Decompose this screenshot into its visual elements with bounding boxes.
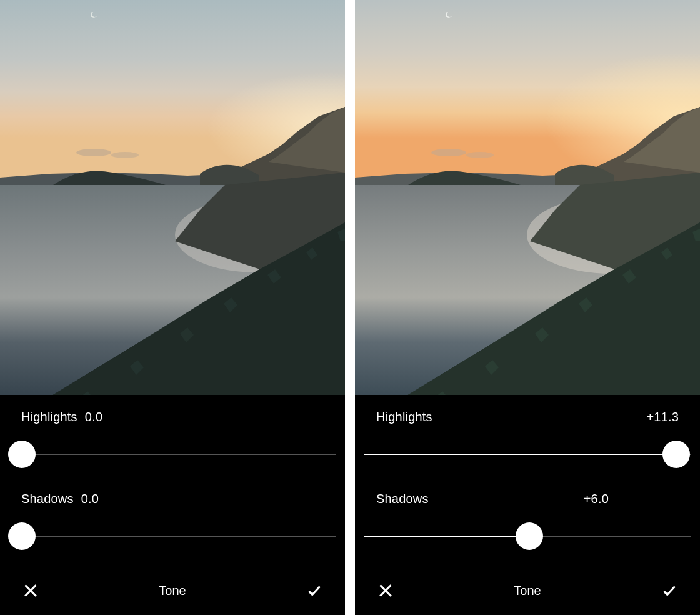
slider-label-group: Highlights +11.3: [364, 410, 691, 424]
close-icon: [378, 582, 394, 599]
tool-title: Tone: [159, 584, 186, 598]
confirm-button[interactable]: [661, 582, 678, 599]
bottom-bar: Tone: [9, 574, 336, 615]
shadows-value: +6.0: [584, 492, 609, 506]
tool-title: Tone: [514, 584, 541, 598]
shadows-label: Shadows: [21, 492, 74, 506]
shadows-slider[interactable]: [9, 522, 336, 550]
moon-icon: [90, 11, 98, 19]
cancel-button[interactable]: [378, 582, 394, 599]
highlights-value: 0.0: [85, 410, 102, 424]
moon-icon: [445, 11, 452, 19]
highlights-label: Highlights: [376, 410, 432, 424]
image-preview: [355, 0, 700, 395]
shadows-slider-row: Shadows +6.0: [364, 492, 691, 550]
check-icon: [306, 582, 322, 599]
shadows-label: Shadows: [376, 492, 429, 506]
highlights-slider-row: Highlights +11.3: [364, 410, 691, 468]
slider-thumb[interactable]: [8, 441, 36, 468]
svg-point-4: [76, 149, 111, 156]
highlights-label: Highlights: [21, 410, 78, 424]
slider-thumb[interactable]: [8, 522, 36, 550]
highlights-value: +11.3: [646, 410, 679, 424]
check-icon: [661, 582, 678, 599]
editor-panel-after: Highlights +11.3 Shadows +6.0: [355, 0, 700, 615]
highlights-slider-row: Highlights 0.0: [9, 410, 336, 468]
svg-point-5: [111, 152, 139, 158]
confirm-button[interactable]: [306, 582, 322, 599]
slider-thumb[interactable]: [516, 522, 543, 550]
bottom-bar: Tone: [364, 574, 691, 615]
shadows-slider[interactable]: [364, 522, 691, 550]
slider-label-group: Highlights 0.0: [9, 410, 336, 424]
svg-point-11: [466, 152, 494, 158]
close-icon: [22, 582, 39, 599]
highlights-slider[interactable]: [364, 441, 691, 468]
shadows-slider-row: Shadows 0.0: [9, 492, 336, 550]
image-preview: [0, 0, 345, 395]
shadows-value: 0.0: [81, 492, 99, 506]
tone-controls: Highlights 0.0 Shadows 0.0: [0, 395, 345, 615]
slider-thumb[interactable]: [662, 441, 690, 468]
slider-label-group: Shadows +6.0: [364, 492, 691, 506]
slider-label-group: Shadows 0.0: [9, 492, 336, 506]
editor-panel-before: Highlights 0.0 Shadows 0.0: [0, 0, 345, 615]
highlights-slider[interactable]: [9, 441, 336, 468]
svg-point-10: [431, 149, 466, 156]
cancel-button[interactable]: [22, 582, 39, 599]
tone-controls: Highlights +11.3 Shadows +6.0: [355, 395, 700, 615]
